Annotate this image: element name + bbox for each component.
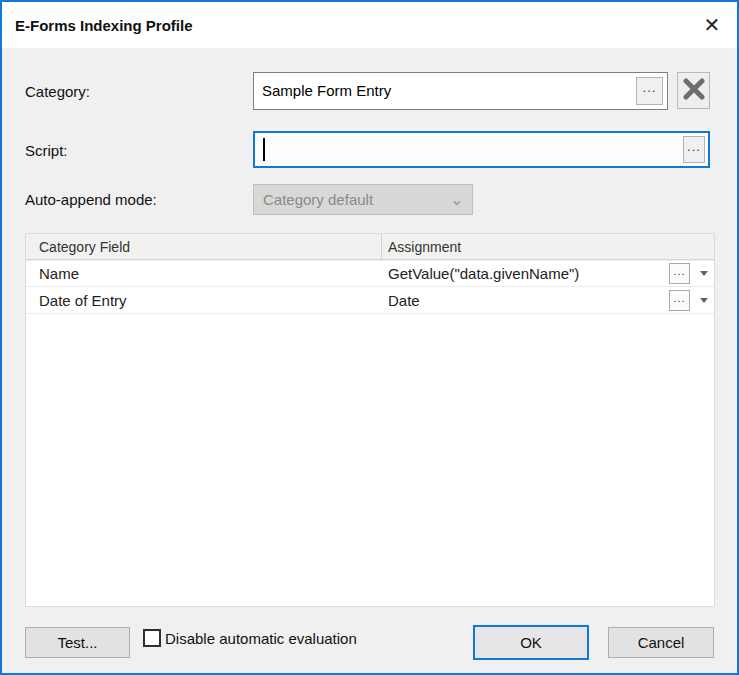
text-caret: [263, 138, 265, 161]
table-row[interactable]: Date of Entry Date ...: [26, 287, 714, 314]
titlebar: E-Forms Indexing Profile: [2, 2, 737, 48]
dropdown-arrow-icon[interactable]: [700, 271, 708, 276]
test-button[interactable]: Test...: [25, 627, 130, 658]
auto-append-value: Category default: [263, 191, 373, 208]
assignment-table: Category Field Assignment Name GetValue(…: [25, 233, 715, 607]
dialog-title: E-Forms Indexing Profile: [15, 17, 193, 34]
cancel-button[interactable]: Cancel: [608, 627, 714, 658]
category-field[interactable]: Sample Form Entry ...: [253, 72, 668, 110]
row-field-name: Date of Entry: [26, 292, 381, 309]
table-row[interactable]: Name GetValue("data.givenName") ...: [26, 260, 714, 287]
category-value: Sample Form Entry: [262, 82, 391, 99]
category-clear-button[interactable]: [677, 72, 710, 109]
row-browse-button[interactable]: ...: [669, 290, 690, 311]
table-header: Category Field Assignment: [26, 234, 714, 260]
dropdown-arrow-icon[interactable]: [700, 298, 708, 303]
auto-append-combobox: Category default ⌄: [253, 184, 473, 215]
row-browse-button[interactable]: ...: [669, 263, 690, 284]
script-label: Script:: [25, 142, 68, 159]
clear-x-icon: [683, 78, 705, 104]
disable-evaluation-checkbox[interactable]: [143, 629, 161, 647]
chevron-down-icon: ⌄: [450, 191, 463, 209]
category-label: Category:: [25, 83, 90, 100]
dialog-content: Category: Sample Form Entry ... Script: …: [2, 48, 737, 673]
row-assignment-value: GetValue("data.givenName"): [381, 265, 579, 282]
ok-button[interactable]: OK: [473, 625, 589, 660]
column-header-assignment[interactable]: Assignment: [381, 239, 461, 255]
category-browse-button[interactable]: ...: [636, 77, 663, 105]
column-divider[interactable]: [381, 234, 382, 259]
column-header-category-field[interactable]: Category Field: [26, 239, 381, 255]
close-icon[interactable]: ✕: [695, 10, 729, 40]
auto-append-label: Auto-append mode:: [25, 191, 157, 208]
row-field-name: Name: [26, 265, 381, 282]
script-field[interactable]: ...: [253, 131, 710, 168]
row-assignment-value: Date: [381, 292, 420, 309]
eforms-indexing-profile-dialog: E-Forms Indexing Profile ✕ Category: Sam…: [0, 0, 739, 675]
disable-evaluation-label[interactable]: Disable automatic evaluation: [165, 630, 357, 647]
script-browse-button[interactable]: ...: [683, 136, 705, 163]
